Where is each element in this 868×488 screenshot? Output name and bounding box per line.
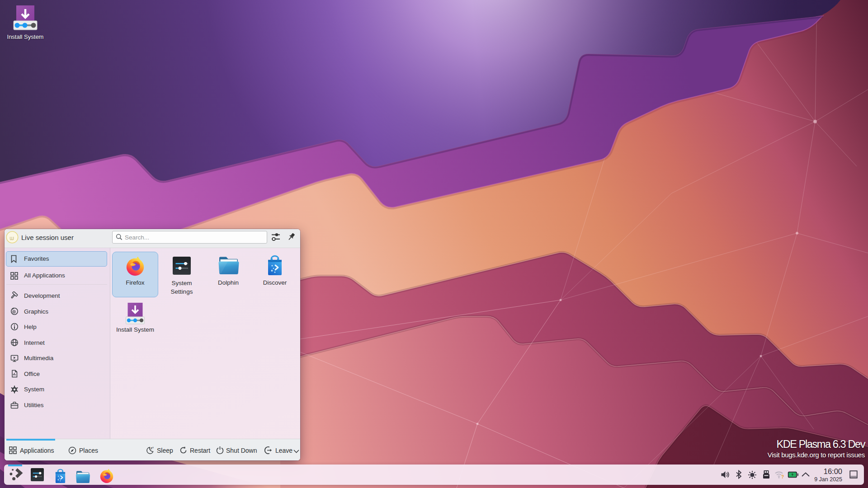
svg-text:?: ? [781, 474, 784, 479]
svg-text:z: z [152, 446, 154, 449]
